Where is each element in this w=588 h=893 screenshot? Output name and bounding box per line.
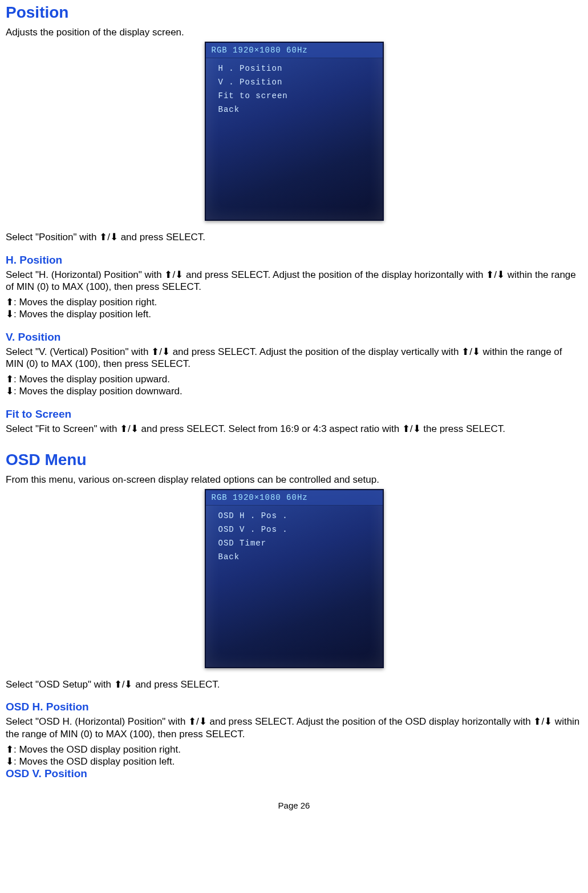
h-position-up: ⬆: Moves the display position right.	[6, 296, 582, 308]
v-position-para: Select "V. (Vertical) Position" with ⬆/⬇…	[6, 346, 582, 370]
osd-header: RGB 1920×1080 60Hz	[206, 490, 383, 506]
osd-h-up: ⬆: Moves the OSD display position right.	[6, 744, 582, 755]
osd-item-h-position[interactable]: H . Position	[218, 62, 370, 75]
h-position-para: Select "H. (Horizontal) Position" with ⬆…	[6, 269, 582, 293]
subheading-fit-to-screen: Fit to Screen	[6, 408, 582, 421]
osd-item-fit-to-screen[interactable]: Fit to screen	[218, 89, 370, 103]
osd-screenshot-osd-menu: RGB 1920×1080 60Hz OSD H . Pos . OSD V .…	[6, 489, 582, 668]
osd-h-down: ⬇: Moves the OSD display position left.	[6, 755, 582, 767]
osd-menu-list: OSD H . Pos . OSD V . Pos . OSD Timer Ba…	[206, 506, 383, 567]
section-title-position: Position	[6, 3, 582, 22]
osd-h-para: Select "OSD H. (Horizontal) Position" wi…	[6, 716, 582, 740]
osd-item-back[interactable]: Back	[218, 103, 370, 116]
page-number: Page 26	[6, 801, 582, 810]
v-position-down: ⬇: Moves the display position downward.	[6, 385, 582, 397]
osd-menu-intro: From this menu, various on-screen displa…	[6, 474, 582, 486]
osd-menu-list: H . Position V . Position Fit to screen …	[206, 58, 383, 120]
osd-item-osd-v-pos[interactable]: OSD V . Pos .	[218, 523, 370, 536]
position-intro: Adjusts the position of the display scre…	[6, 26, 582, 38]
osd-item-back[interactable]: Back	[218, 550, 370, 564]
osd-screenshot-position: RGB 1920×1080 60Hz H . Position V . Posi…	[6, 42, 582, 221]
subheading-v-position: V. Position	[6, 331, 582, 344]
osd-header: RGB 1920×1080 60Hz	[206, 43, 383, 58]
page-container: Position Adjusts the position of the dis…	[0, 0, 588, 822]
fit-para: Select "Fit to Screen" with ⬆/⬇ and pres…	[6, 423, 582, 435]
v-position-up: ⬆: Moves the display position upward.	[6, 373, 582, 385]
position-select-text: Select "Position" with ⬆/⬇ and press SEL…	[6, 231, 582, 243]
subheading-osd-h-position: OSD H. Position	[6, 701, 582, 713]
section-title-osd-menu: OSD Menu	[6, 451, 582, 469]
subheading-h-position: H. Position	[6, 254, 582, 266]
osd-item-osd-timer[interactable]: OSD Timer	[218, 536, 370, 550]
osd-setup-select-text: Select "OSD Setup" with ⬆/⬇ and press SE…	[6, 678, 582, 690]
h-position-down: ⬇: Moves the display position left.	[6, 308, 582, 320]
osd-panel: RGB 1920×1080 60Hz H . Position V . Posi…	[205, 42, 384, 221]
osd-item-v-position[interactable]: V . Position	[218, 75, 370, 89]
subheading-osd-v-position: OSD V. Position	[6, 767, 582, 780]
osd-item-osd-h-pos[interactable]: OSD H . Pos .	[218, 509, 370, 523]
osd-panel: RGB 1920×1080 60Hz OSD H . Pos . OSD V .…	[205, 489, 384, 668]
